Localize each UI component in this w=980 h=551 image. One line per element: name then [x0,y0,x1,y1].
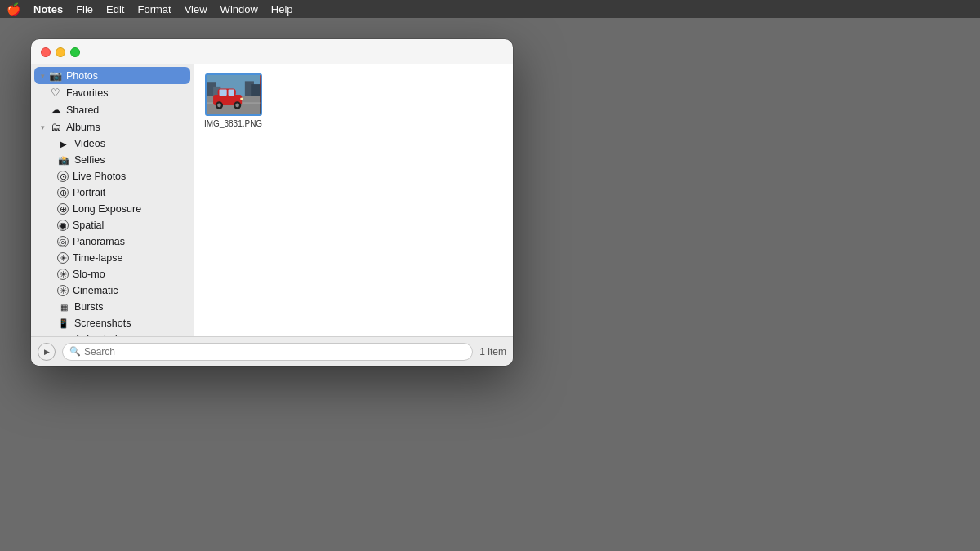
search-input[interactable] [84,346,466,358]
sidebar-favorites-label: Favorites [66,87,108,99]
sidebar-item-timelapse[interactable]: ✳ Time-lapse [34,250,190,266]
long-exposure-icon: ⊕ [57,203,69,215]
menubar-view[interactable]: View [185,3,207,16]
cloud-icon: ☁ [49,104,62,116]
slomo-icon: ✳ [57,269,69,280]
panorama-icon: ◎ [57,236,69,247]
photo-item[interactable]: IMG_3831.PNG [204,73,262,128]
photo-thumbnail [205,73,262,116]
sidebar-item-photos[interactable]: ▾ 📷 Photos [34,67,190,84]
window-content: ▾ 📷 Photos ♡ Favorites ☁ Shared ▾ 🗂 Albu… [31,64,513,336]
selfie-icon: 📸 [57,155,70,166]
svg-point-12 [217,104,221,108]
sidebar-item-panoramas[interactable]: ◎ Panoramas [34,233,190,250]
menubar-edit[interactable]: Edit [106,3,124,16]
bursts-icon: ▦ [57,303,70,312]
video-icon: ▶ [57,140,70,149]
photos-window: ▾ 📷 Photos ♡ Favorites ☁ Shared ▾ 🗂 Albu… [31,39,513,366]
sidebar-photos-label: Photos [66,70,98,82]
sidebar-bursts-label: Bursts [74,301,103,313]
chevron-down-icon: ▾ [41,72,45,80]
sidebar-videos-label: Videos [74,138,105,149]
live-photos-icon: ⊙ [57,171,69,182]
sidebar-item-cinematic[interactable]: ✳ Cinematic [34,282,190,299]
sidebar-item-albums[interactable]: ▾ 🗂 Albums [34,118,190,136]
sidebar-item-bursts[interactable]: ▦ Bursts [34,299,190,315]
photos-icon: 📷 [49,69,62,82]
sidebar-spatial-label: Spatial [73,220,104,231]
sidebar-item-screenshots[interactable]: 📱 Screenshots [34,315,190,331]
sidebar-slomo-label: Slo-mo [73,269,105,280]
sidebar-portrait-label: Portrait [73,187,105,198]
search-icon: 🔍 [69,346,81,357]
folder-icon: 🗂 [49,121,62,133]
bottom-bar: ▶ 🔍 1 item [31,336,513,366]
sidebar-item-shared[interactable]: ☁ Shared [34,101,190,118]
photo-filename: IMG_3831.PNG [204,119,262,128]
sidebar-timelapse-label: Time-lapse [73,252,122,264]
svg-rect-10 [228,90,234,96]
menubar-format[interactable]: Format [137,3,171,16]
spatial-icon: ◉ [57,220,69,231]
traffic-lights [41,47,80,57]
search-bar[interactable]: 🔍 [62,343,473,361]
sidebar-item-portrait[interactable]: ⊕ Portrait [34,184,190,201]
menubar-notes[interactable]: Notes [33,3,63,16]
menubar-help[interactable]: Help [271,3,293,16]
menubar: 🍎 Notes File Edit Format View Window Hel… [0,0,980,18]
menubar-window[interactable]: Window [220,3,258,16]
timelapse-icon: ✳ [57,252,69,264]
sidebar-item-spatial[interactable]: ◉ Spatial [34,217,190,233]
main-content: IMG_3831.PNG [194,64,513,336]
sidebar-item-long-exposure[interactable]: ⊕ Long Exposure [34,201,190,217]
minimize-button[interactable] [56,47,65,57]
sidebar: ▾ 📷 Photos ♡ Favorites ☁ Shared ▾ 🗂 Albu… [31,64,194,336]
sidebar-item-live-photos[interactable]: ⊙ Live Photos [34,168,190,184]
screenshots-icon: 📱 [57,318,70,329]
play-icon: ▶ [44,348,50,356]
cinematic-icon: ✳ [57,285,69,296]
svg-rect-15 [240,98,243,100]
chevron-down-icon-albums: ▾ [41,123,45,131]
portrait-icon: ⊕ [57,187,69,198]
sidebar-selfies-label: Selfies [74,154,105,166]
sidebar-screenshots-label: Screenshots [74,318,131,329]
svg-rect-9 [219,90,226,96]
sidebar-item-slomo[interactable]: ✳ Slo-mo [34,266,190,282]
sidebar-albums-label: Albums [66,122,100,133]
close-button[interactable] [41,47,51,57]
sidebar-cinematic-label: Cinematic [73,285,118,296]
sidebar-panoramas-label: Panoramas [73,236,125,247]
svg-point-14 [235,104,239,108]
sidebar-live-photos-label: Live Photos [73,171,126,182]
sidebar-long-exposure-label: Long Exposure [73,203,141,215]
heart-icon: ♡ [49,87,62,99]
sidebar-item-videos[interactable]: ▶ Videos [34,136,190,152]
sidebar-item-selfies[interactable]: 📸 Selfies [34,152,190,168]
maximize-button[interactable] [70,47,80,57]
item-count: 1 item [479,346,506,358]
sidebar-item-favorites[interactable]: ♡ Favorites [34,84,190,101]
menubar-file[interactable]: File [76,3,93,16]
sidebar-shared-label: Shared [66,104,99,116]
apple-menu[interactable]: 🍎 [7,2,20,16]
play-button[interactable]: ▶ [38,343,56,361]
